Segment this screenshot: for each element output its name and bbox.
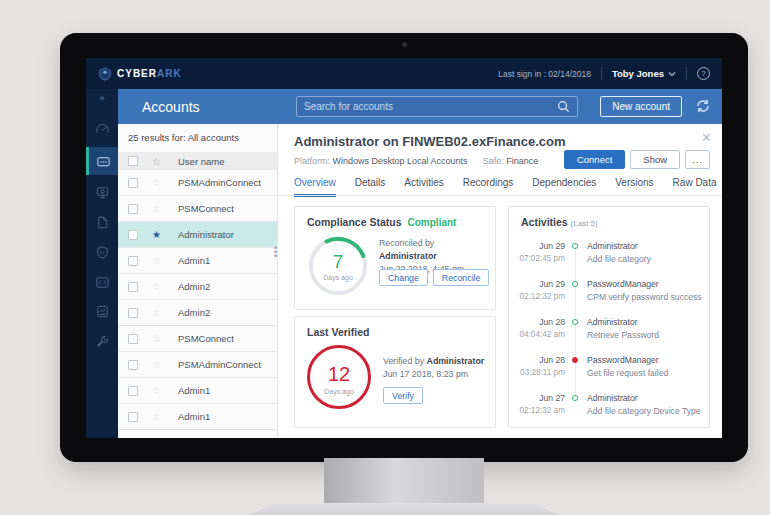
accounts-search[interactable] bbox=[296, 96, 578, 117]
verified-detail-text: Verified by Administrator Jun 17 2018, 8… bbox=[383, 355, 493, 381]
activity-item: Jun 2907:02:45 pm AdministratorAdd file … bbox=[509, 241, 711, 275]
compliance-status-card: Compliance StatusCompliant 7 Days ago Re… bbox=[294, 206, 496, 310]
monitor-eye-icon bbox=[95, 185, 110, 200]
account-row[interactable]: PSMAdminConnect bbox=[118, 352, 277, 378]
account-row[interactable]: Admin2 bbox=[118, 274, 277, 300]
row-checkbox[interactable] bbox=[128, 386, 138, 396]
gauge-icon bbox=[95, 122, 110, 137]
change-button[interactable]: Change bbox=[379, 269, 428, 286]
cyberark-logo: CYBERARK bbox=[98, 67, 182, 81]
report-icon bbox=[95, 304, 110, 319]
sidebar-item-settings[interactable] bbox=[86, 328, 118, 354]
star-icon[interactable] bbox=[152, 333, 164, 344]
accounts-list-panel: 25 results for: All accounts User name P… bbox=[118, 124, 278, 438]
help-icon[interactable]: ? bbox=[697, 67, 710, 80]
sidebar-item-dashboard[interactable] bbox=[86, 116, 118, 142]
account-row[interactable]: Admin1 bbox=[118, 378, 277, 404]
divider bbox=[278, 195, 722, 196]
star-icon[interactable] bbox=[152, 385, 164, 396]
star-icon[interactable] bbox=[152, 255, 164, 266]
tab-recordings[interactable]: Recordings bbox=[463, 177, 514, 197]
tab-rawdata[interactable]: Raw Data bbox=[673, 177, 717, 197]
compliance-status-badge: Compliant bbox=[408, 217, 457, 228]
user-menu[interactable]: Toby Jones bbox=[612, 68, 676, 79]
monitor-frame: CYBERARK Last sign in : 02/14/2018 Toby … bbox=[60, 33, 748, 462]
divider bbox=[601, 67, 602, 80]
search-input[interactable] bbox=[304, 101, 557, 112]
chevron-down-icon bbox=[668, 71, 676, 77]
verify-button[interactable]: Verify bbox=[383, 387, 423, 404]
account-row[interactable]: Admin1 bbox=[118, 404, 277, 430]
connect-button[interactable]: Connect bbox=[564, 150, 625, 169]
tab-details[interactable]: Details bbox=[355, 177, 386, 197]
sidebar-item-reports[interactable] bbox=[86, 298, 118, 324]
accounts-icon bbox=[96, 154, 111, 169]
show-button[interactable]: Show bbox=[630, 150, 680, 169]
last-sign-in: Last sign in : 02/14/2018 bbox=[498, 69, 591, 79]
activities-card: Activities (Last 5) Jun 2907:02:45 pm Ad… bbox=[508, 206, 710, 428]
activity-status-dot bbox=[572, 357, 578, 363]
sidebar-item-applications[interactable] bbox=[86, 269, 118, 295]
row-checkbox[interactable] bbox=[128, 308, 138, 318]
select-all-checkbox[interactable] bbox=[128, 156, 138, 166]
star-icon[interactable] bbox=[152, 203, 164, 214]
star-icon[interactable] bbox=[152, 281, 164, 292]
star-icon[interactable] bbox=[152, 229, 164, 240]
last-verified-title: Last Verified bbox=[307, 326, 369, 338]
tab-versions[interactable]: Versions bbox=[615, 177, 653, 197]
star-icon[interactable] bbox=[152, 307, 164, 318]
refresh-icon[interactable] bbox=[694, 97, 712, 115]
icon-sidebar: » bbox=[86, 89, 118, 438]
star-icon[interactable] bbox=[152, 177, 164, 188]
activity-status-dot bbox=[572, 319, 578, 325]
sidebar-item-monitoring[interactable] bbox=[86, 179, 118, 205]
row-checkbox[interactable] bbox=[128, 282, 138, 292]
results-count: 25 results for: All accounts bbox=[118, 124, 277, 152]
reconcile-button[interactable]: Reconcile bbox=[433, 269, 490, 286]
favorite-column-icon[interactable] bbox=[152, 156, 164, 167]
star-icon[interactable] bbox=[152, 411, 164, 422]
tab-overview[interactable]: Overview bbox=[294, 177, 336, 197]
compliance-title: Compliance Status bbox=[307, 216, 402, 228]
username-column-header: User name bbox=[178, 156, 224, 167]
account-row[interactable]: Admin2 bbox=[118, 300, 277, 326]
code-icon bbox=[95, 275, 110, 290]
activity-item: Jun 2902:12:32 pm PasswordManagerCPM ver… bbox=[509, 279, 711, 313]
more-actions-button[interactable]: ... bbox=[685, 150, 710, 169]
row-checkbox[interactable] bbox=[128, 334, 138, 344]
shield-check-icon bbox=[95, 245, 110, 260]
close-icon[interactable]: ✕ bbox=[701, 130, 712, 145]
sidebar-item-policies[interactable] bbox=[86, 209, 118, 235]
platform-label: Platform: bbox=[294, 156, 330, 166]
reconciled-by-name: Administrator bbox=[379, 251, 437, 261]
row-checkbox[interactable] bbox=[128, 178, 138, 188]
cyberark-shield-icon bbox=[98, 67, 112, 81]
search-icon bbox=[557, 100, 570, 113]
account-row[interactable]: Administrator bbox=[118, 222, 277, 248]
star-icon[interactable] bbox=[152, 359, 164, 370]
brand-text: CYBERARK bbox=[117, 68, 182, 79]
app-screen: CYBERARK Last sign in : 02/14/2018 Toby … bbox=[86, 58, 722, 438]
tab-activities[interactable]: Activities bbox=[404, 177, 443, 197]
wrench-icon bbox=[95, 334, 110, 349]
activities-title: Activities bbox=[521, 216, 568, 228]
list-header-row: User name bbox=[118, 152, 277, 170]
verified-by-name: Administrator bbox=[427, 356, 485, 366]
account-row[interactable]: PSMConnect bbox=[118, 326, 277, 352]
detail-title: Administrator on FINWEB02.exFinance.com bbox=[294, 134, 566, 149]
row-checkbox[interactable] bbox=[128, 256, 138, 266]
tab-dependencies[interactable]: Dependencies bbox=[532, 177, 596, 197]
account-row[interactable]: Admin1 bbox=[118, 248, 277, 274]
row-checkbox[interactable] bbox=[128, 204, 138, 214]
sidebar-item-accounts[interactable] bbox=[86, 147, 118, 175]
detail-meta: Platform: Windows Desktop Local Accounts… bbox=[294, 156, 538, 166]
verified-days-number: 12 bbox=[310, 363, 368, 386]
new-account-button[interactable]: New account bbox=[600, 96, 682, 117]
row-checkbox[interactable] bbox=[128, 412, 138, 422]
sidebar-item-security[interactable] bbox=[86, 239, 118, 265]
account-row[interactable]: PSMAdminConnect bbox=[118, 170, 277, 196]
row-checkbox[interactable] bbox=[128, 360, 138, 370]
sidebar-collapse-button[interactable]: » bbox=[86, 89, 118, 109]
row-checkbox[interactable] bbox=[128, 230, 138, 240]
account-row[interactable]: PSMConnect bbox=[118, 196, 277, 222]
